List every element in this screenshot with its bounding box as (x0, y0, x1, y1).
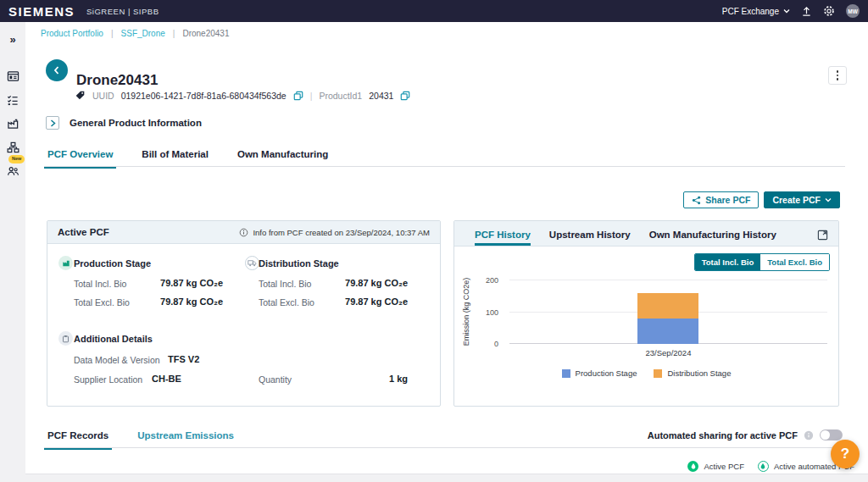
toggle-knob (821, 430, 830, 440)
info-icon[interactable] (239, 228, 248, 237)
automated-sharing-label: Automated sharing for active PCF (648, 430, 798, 440)
general-product-information-expander[interactable]: General Product Information (46, 116, 202, 130)
data-model-value: TFS V2 (168, 354, 199, 364)
back-button[interactable] (46, 59, 68, 81)
topbar-actions: PCF Exchange MW (722, 4, 860, 18)
breadcrumb-current: Drone20431 (182, 29, 229, 38)
breadcrumb-separator: | (111, 29, 114, 38)
siemens-logo[interactable]: SIEMENS (8, 4, 75, 19)
bio-toggle-group: Total Incl. Bio Total Excl. Bio (694, 253, 830, 271)
sidebar-item-collaboration[interactable]: New (0, 159, 25, 183)
divider: | (310, 91, 313, 101)
distribution-excl-value: 79.87 kg CO₂e (259, 296, 408, 307)
quantity-value: 1 kg (259, 374, 408, 384)
active-pcf-info-text: Info from PCF created on 23/Sep/2024, 10… (253, 228, 430, 237)
production-swatch (562, 369, 570, 378)
copy-product-id-icon[interactable] (400, 91, 410, 101)
bottom-strip (25, 474, 868, 482)
active-pcf-card: Active PCF Info from PCF created on 23/S… (47, 220, 441, 407)
chart-plot (509, 280, 827, 344)
distribution-incl-value: 79.87 kg CO₂e (259, 278, 408, 288)
additional-details-icon (58, 331, 73, 346)
records-tabs: PCF Records Upstream Emissions (44, 427, 237, 450)
sidebar: » New (0, 22, 25, 482)
pcf-status-legend: Active PCF Active automated PCF (687, 461, 854, 472)
share-pcf-label: Share PCF (705, 195, 750, 205)
tab-pcf-records[interactable]: PCF Records (44, 427, 112, 450)
legend-production-stage: Production Stage (562, 368, 637, 378)
app-title: SiGREEN | SIPBB (86, 7, 159, 16)
uuid-value: 01921e06-1421-7d8f-81a6-680434f563de (121, 91, 287, 101)
production-excl-value: 79.87 kg CO₂e (74, 296, 223, 307)
chevron-left-icon (53, 65, 61, 75)
upload-icon[interactable] (801, 6, 812, 17)
active-pcf-legend-item: Active PCF (687, 461, 744, 472)
pcf-history-card: PCF History Upstream History Own Manufac… (453, 220, 839, 407)
toggle-total-excl-bio[interactable]: Total Excl. Bio (760, 254, 829, 270)
hierarchy-icon (7, 141, 19, 153)
help-button[interactable]: ? (831, 440, 860, 468)
tab-pcf-overview[interactable]: PCF Overview (44, 146, 116, 169)
supplier-location-value: CH-BE (152, 374, 181, 384)
uuid-label: UUID (92, 91, 114, 101)
user-avatar[interactable]: MW (846, 4, 860, 18)
expand-icon[interactable] (817, 230, 828, 241)
sidebar-item-tasks[interactable] (0, 88, 25, 112)
top-bar: SIEMENS SiGREEN | SIPBB PCF Exchange MW (0, 0, 868, 22)
history-tabs: PCF History Upstream History Own Manufac… (454, 221, 838, 247)
chevron-down-icon (825, 197, 832, 202)
product-id-value: 20431 (369, 91, 393, 101)
tabs-divider (44, 166, 845, 167)
production-stage-label: Production Stage (74, 258, 151, 269)
legend-distribution-stage: Distribution Stage (654, 368, 731, 378)
supplier-location-label: Supplier Location (74, 374, 142, 385)
checklist-icon (7, 94, 19, 106)
legend-production-label: Production Stage (576, 368, 637, 378)
pcf-actions: Share PCF Create PCF (683, 191, 840, 208)
automated-sharing-control: Automated sharing for active PCF (648, 429, 843, 440)
settings-gear-icon[interactable] (823, 5, 835, 17)
toggle-total-incl-bio[interactable]: Total Incl. Bio (695, 254, 761, 270)
chevron-down-icon (783, 8, 790, 14)
additional-details-label: Additional Details (74, 334, 153, 344)
active-automated-pcf-icon (758, 461, 769, 472)
tab-pcf-history[interactable]: PCF History (475, 230, 531, 246)
product-id-row: UUID 01921e06-1421-7d8f-81a6-680434f563d… (75, 90, 410, 101)
general-product-information-label: General Product Information (70, 118, 202, 128)
data-model-label: Data Model & Version (74, 355, 160, 365)
tab-upstream-emissions[interactable]: Upstream Emissions (134, 427, 237, 450)
sidebar-item-dashboard[interactable] (0, 64, 25, 88)
sidebar-item-production[interactable] (0, 112, 25, 136)
main-content: Product Portfolio | SSF_Drone | Drone204… (25, 22, 868, 482)
create-pcf-label: Create PCF (772, 195, 821, 205)
info-icon[interactable] (804, 430, 814, 440)
chart-y-axis: 0100200 (480, 280, 504, 344)
kebab-menu-button[interactable] (828, 66, 847, 85)
chart-y-axis-label: Emission (kg CO2e) (462, 278, 470, 346)
app-root: SIEMENS SiGREEN | SIPBB PCF Exchange MW … (0, 0, 868, 482)
production-incl-value: 79.87 kg CO₂e (74, 278, 223, 288)
share-icon (692, 196, 701, 205)
breadcrumb-product-portfolio[interactable]: Product Portfolio (41, 29, 103, 38)
breadcrumb: Product Portfolio | SSF_Drone | Drone204… (41, 29, 229, 38)
chart-legend: Production Stage Distribution Stage (454, 368, 838, 378)
tab-own-manufacturing[interactable]: Own Manufacturing (234, 146, 331, 169)
chart-x-tick-label: 23/Sep/2024 (620, 348, 717, 357)
active-pcf-icon (687, 461, 698, 472)
distribution-swatch (654, 369, 662, 378)
chevron-right-icon (46, 116, 59, 130)
copy-uuid-icon[interactable] (293, 91, 303, 101)
pcf-exchange-menu[interactable]: PCF Exchange (722, 7, 790, 16)
tab-own-manufacturing-history[interactable]: Own Manufacturing History (649, 230, 776, 246)
page-title: Drone20431 (76, 72, 158, 89)
dashboard-icon (7, 70, 19, 82)
share-pcf-button[interactable]: Share PCF (683, 191, 759, 208)
factory-icon (7, 118, 19, 130)
tab-bill-of-material[interactable]: Bill of Material (138, 146, 212, 169)
create-pcf-button[interactable]: Create PCF (764, 191, 840, 208)
breadcrumb-ssf-drone[interactable]: SSF_Drone (121, 29, 165, 38)
automated-sharing-toggle[interactable] (820, 429, 843, 440)
tab-upstream-history[interactable]: Upstream History (549, 230, 631, 246)
production-stage-icon (58, 256, 73, 270)
sidebar-expand-button[interactable]: » (0, 27, 25, 51)
